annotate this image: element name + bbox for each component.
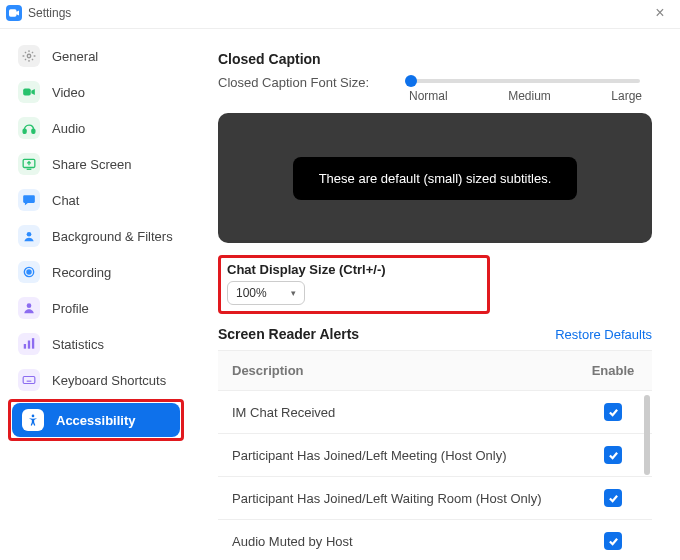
enable-checkbox[interactable] [604, 489, 622, 507]
sidebar-item-label: Statistics [52, 337, 104, 352]
slider-tick-large: Large [611, 89, 642, 103]
svg-point-7 [27, 270, 31, 274]
main-panel: Closed Caption Closed Caption Font Size:… [188, 29, 680, 560]
svg-point-13 [32, 415, 35, 418]
sidebar-item-label: Recording [52, 265, 111, 280]
sidebar-item-share-screen[interactable]: Share Screen [8, 147, 184, 181]
alert-description: IM Chat Received [232, 405, 335, 420]
screen-reader-table: Description Enable IM Chat Received Part… [218, 350, 652, 560]
chevron-down-icon: ▾ [291, 288, 296, 298]
sidebar-item-label: General [52, 49, 98, 64]
chat-icon [18, 189, 40, 211]
svg-rect-2 [23, 129, 26, 133]
sidebar-item-label: Chat [52, 193, 79, 208]
caption-preview: These are default (small) sized subtitle… [218, 113, 652, 243]
svg-rect-11 [32, 338, 34, 349]
chat-display-heading: Chat Display Size (Ctrl+/-) [227, 262, 481, 277]
sidebar-item-label: Audio [52, 121, 85, 136]
background-icon [18, 225, 40, 247]
table-row: Participant Has Joined/Left Waiting Room… [218, 477, 652, 520]
sidebar: General Video Audio Share Screen [0, 29, 188, 560]
video-icon [18, 81, 40, 103]
sidebar-item-label: Share Screen [52, 157, 132, 172]
svg-rect-12 [23, 377, 35, 384]
restore-defaults-link[interactable]: Restore Defaults [555, 327, 652, 342]
screen-reader-heading: Screen Reader Alerts [218, 326, 359, 342]
table-header: Description Enable [218, 351, 652, 391]
window-title: Settings [28, 6, 71, 20]
profile-icon [18, 297, 40, 319]
app-icon [6, 5, 22, 21]
share-screen-icon [18, 153, 40, 175]
slider-tick-medium: Medium [508, 89, 551, 103]
svg-rect-9 [24, 344, 26, 349]
alert-description: Audio Muted by Host [232, 534, 353, 549]
table-row: IM Chat Received [218, 391, 652, 434]
accessibility-icon [22, 409, 44, 431]
sidebar-item-general[interactable]: General [8, 39, 184, 73]
slider-tick-normal: Normal [409, 89, 448, 103]
sidebar-item-label: Keyboard Shortcuts [52, 373, 166, 388]
enable-checkbox[interactable] [604, 403, 622, 421]
audio-icon [18, 117, 40, 139]
slider-thumb[interactable] [405, 75, 417, 87]
sidebar-item-label: Background & Filters [52, 229, 173, 244]
sidebar-item-audio[interactable]: Audio [8, 111, 184, 145]
highlight-box-chat-display: Chat Display Size (Ctrl+/-) 100% ▾ [218, 255, 490, 314]
close-icon[interactable]: × [650, 4, 670, 22]
enable-checkbox[interactable] [604, 446, 622, 464]
closed-caption-heading: Closed Caption [218, 51, 652, 67]
scrollbar-thumb[interactable] [644, 395, 650, 475]
sidebar-item-label: Video [52, 85, 85, 100]
chat-display-size-select[interactable]: 100% ▾ [227, 281, 305, 305]
sidebar-item-profile[interactable]: Profile [8, 291, 184, 325]
chat-display-size-value: 100% [236, 286, 267, 300]
table-row: Audio Muted by Host [218, 520, 652, 560]
sidebar-item-background-filters[interactable]: Background & Filters [8, 219, 184, 253]
svg-rect-1 [23, 89, 31, 96]
sidebar-item-keyboard-shortcuts[interactable]: Keyboard Shortcuts [8, 363, 184, 397]
sidebar-item-statistics[interactable]: Statistics [8, 327, 184, 361]
statistics-icon [18, 333, 40, 355]
titlebar: Settings × [0, 0, 680, 29]
sidebar-item-recording[interactable]: Recording [8, 255, 184, 289]
keyboard-icon [18, 369, 40, 391]
highlight-box-sidebar: Accessibility [8, 399, 184, 441]
svg-rect-3 [32, 129, 35, 133]
col-description: Description [232, 363, 304, 378]
sidebar-item-chat[interactable]: Chat [8, 183, 184, 217]
col-enable: Enable [588, 363, 638, 378]
enable-checkbox[interactable] [604, 532, 622, 550]
svg-rect-10 [28, 341, 30, 349]
caption-preview-text: These are default (small) sized subtitle… [293, 157, 578, 200]
alert-description: Participant Has Joined/Left Waiting Room… [232, 491, 541, 506]
sidebar-item-video[interactable]: Video [8, 75, 184, 109]
alert-description: Participant Has Joined/Left Meeting (Hos… [232, 448, 507, 463]
sidebar-item-label: Profile [52, 301, 89, 316]
svg-point-5 [27, 232, 32, 237]
gear-icon [18, 45, 40, 67]
sidebar-item-label: Accessibility [56, 413, 136, 428]
table-row: Participant Has Joined/Left Meeting (Hos… [218, 434, 652, 477]
sidebar-item-accessibility[interactable]: Accessibility [12, 403, 180, 437]
font-size-slider[interactable] [411, 79, 640, 83]
svg-point-0 [27, 54, 31, 58]
recording-icon [18, 261, 40, 283]
svg-point-8 [27, 303, 32, 308]
font-size-label: Closed Caption Font Size: [218, 73, 369, 90]
